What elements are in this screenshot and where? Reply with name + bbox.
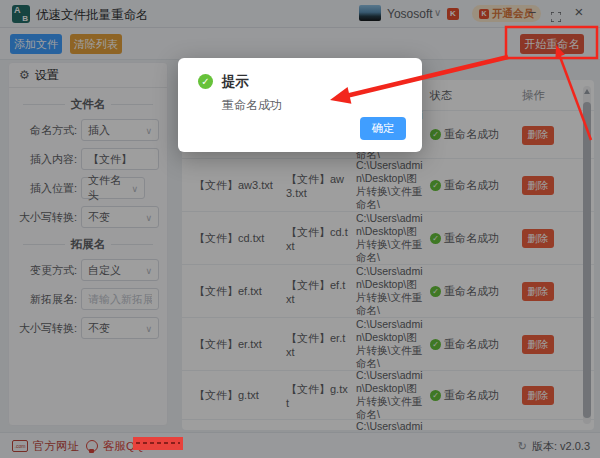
success-check-icon: [198, 74, 213, 89]
dialog-message: 重命名成功: [222, 97, 282, 114]
dialog-title: 提示: [222, 73, 249, 91]
qq-number-redaction: [133, 437, 183, 450]
success-dialog: 提示 重命名成功 确定: [178, 58, 422, 152]
dialog-ok-button[interactable]: 确定: [360, 117, 406, 140]
